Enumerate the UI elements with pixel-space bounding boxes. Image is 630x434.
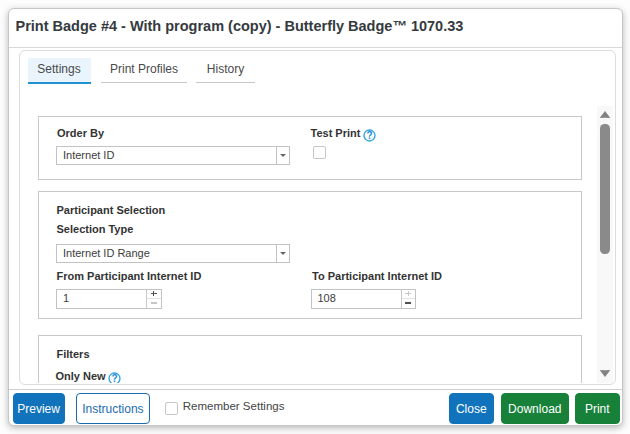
svg-text:?: ? — [111, 373, 117, 383]
svg-text:?: ? — [366, 130, 372, 141]
